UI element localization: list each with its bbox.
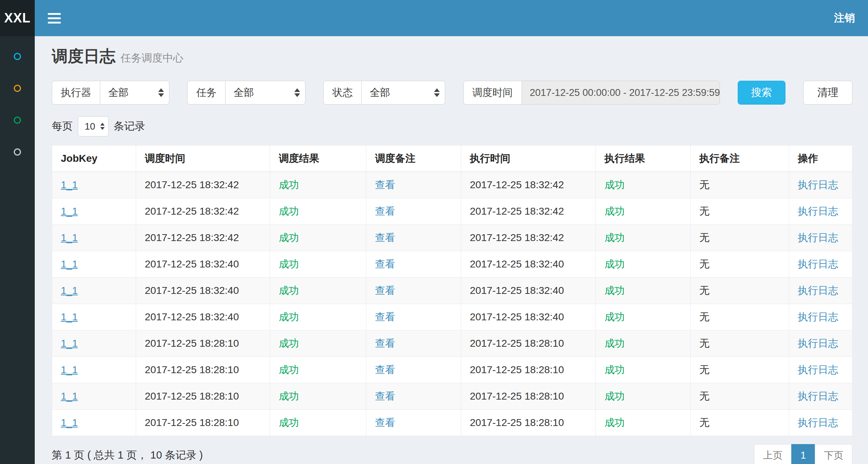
page-size-select[interactable]: 10 [78, 116, 109, 136]
trigger-msg-link[interactable]: 查看 [375, 391, 395, 402]
trigger-time-cell: 2017-12-25 18:32:42 [145, 179, 239, 190]
handle-result: 成功 [604, 311, 625, 322]
handle-result: 成功 [604, 206, 625, 217]
sidebar-item-3[interactable] [0, 104, 35, 136]
circle-icon [14, 148, 21, 156]
exec-log-link[interactable]: 执行日志 [798, 179, 838, 190]
handle-time-cell: 2017-12-25 18:28:10 [470, 417, 564, 428]
trigger-result: 成功 [279, 338, 299, 349]
trigger-msg-link[interactable]: 查看 [375, 364, 395, 375]
trigger-result: 成功 [279, 417, 299, 428]
pagination-page-1-button[interactable]: 1 [791, 444, 815, 464]
sidebar-item-2[interactable] [0, 72, 35, 104]
status-select[interactable]: 全部 [361, 81, 445, 105]
exec-log-link[interactable]: 执行日志 [798, 285, 838, 296]
handle-msg: 无 [699, 417, 709, 428]
exec-log-link[interactable]: 执行日志 [798, 364, 838, 375]
table-header-row: JobKey调度时间调度结果调度备注执行时间执行结果执行备注操作 [52, 145, 852, 172]
handle-msg: 无 [699, 338, 709, 349]
column-header: 操作 [789, 145, 852, 172]
job-key-link[interactable]: 1_1 [61, 179, 78, 190]
trigger-msg-link[interactable]: 查看 [375, 206, 395, 217]
handle-result: 成功 [604, 285, 625, 296]
sidebar [0, 36, 35, 464]
table-row: 1_12017-12-25 18:32:42成功查看2017-12-25 18:… [52, 198, 852, 225]
pagination-prev-button[interactable]: 上页 [754, 444, 792, 464]
table-row: 1_12017-12-25 18:28:10成功查看2017-12-25 18:… [52, 330, 852, 357]
circle-icon [14, 117, 21, 124]
status-filter-group: 状态 全部 [323, 81, 445, 105]
search-button[interactable]: 搜索 [738, 81, 785, 105]
trigger-msg-link[interactable]: 查看 [375, 258, 395, 270]
trigger-result: 成功 [279, 364, 299, 375]
handle-msg: 无 [699, 179, 709, 190]
select-arrows-icon [100, 123, 105, 130]
handle-time-cell: 2017-12-25 18:28:10 [470, 338, 564, 349]
handle-result: 成功 [604, 258, 625, 270]
job-key-link[interactable]: 1_1 [61, 338, 78, 349]
navbar: 注销 [35, 0, 868, 36]
trigger-msg-link[interactable]: 查看 [375, 311, 395, 322]
job-filter-label: 任务 [187, 81, 226, 105]
pagination-next-button[interactable]: 下页 [815, 444, 852, 464]
job-key-link[interactable]: 1_1 [61, 364, 78, 375]
logout-link[interactable]: 注销 [834, 11, 855, 25]
handle-time-cell: 2017-12-25 18:32:40 [470, 311, 564, 322]
handle-time-cell: 2017-12-25 18:28:10 [470, 391, 564, 402]
handle-msg: 无 [699, 232, 709, 243]
job-select[interactable]: 全部 [225, 81, 306, 105]
trigger-time-filter-group: 调度时间 2017-12-25 00:00:00 - 2017-12-25 23… [463, 81, 720, 105]
handle-result: 成功 [604, 364, 625, 375]
status-select-value: 全部 [370, 86, 399, 100]
exec-log-link[interactable]: 执行日志 [798, 417, 838, 428]
job-key-link[interactable]: 1_1 [61, 206, 78, 217]
trigger-time-cell: 2017-12-25 18:32:40 [145, 258, 239, 270]
executor-filter-label: 执行器 [52, 81, 100, 105]
table-row: 1_12017-12-25 18:32:40成功查看2017-12-25 18:… [52, 251, 852, 278]
trigger-msg-link[interactable]: 查看 [375, 338, 395, 349]
trigger-result: 成功 [279, 258, 299, 270]
log-table-container: JobKey调度时间调度结果调度备注执行时间执行结果执行备注操作 1_12017… [52, 145, 852, 436]
job-key-link[interactable]: 1_1 [61, 258, 78, 270]
sidebar-toggle-button[interactable] [48, 13, 61, 24]
trigger-time-cell: 2017-12-25 18:28:10 [145, 417, 239, 428]
page-size-bar: 每页 10 条记录 [52, 116, 852, 136]
handle-time-cell: 2017-12-25 18:32:40 [470, 285, 564, 296]
job-key-link[interactable]: 1_1 [61, 417, 78, 428]
exec-log-link[interactable]: 执行日志 [798, 206, 838, 217]
hamburger-icon [48, 13, 61, 15]
executor-select-value: 全部 [108, 86, 138, 100]
handle-time-cell: 2017-12-25 18:32:42 [470, 232, 564, 243]
job-key-link[interactable]: 1_1 [61, 391, 78, 402]
executor-select[interactable]: 全部 [100, 81, 169, 105]
table-row: 1_12017-12-25 18:32:40成功查看2017-12-25 18:… [52, 278, 852, 304]
job-key-link[interactable]: 1_1 [61, 232, 78, 243]
trigger-time-cell: 2017-12-25 18:28:10 [145, 391, 239, 402]
clear-button[interactable]: 清理 [803, 81, 852, 105]
sidebar-item-4[interactable] [0, 136, 35, 168]
trigger-msg-link[interactable]: 查看 [375, 179, 395, 190]
trigger-time-cell: 2017-12-25 18:32:40 [145, 285, 239, 296]
page-subtitle: 任务调度中心 [121, 51, 184, 66]
handle-msg: 无 [699, 391, 709, 402]
sidebar-item-1[interactable] [0, 41, 35, 72]
page-title-text: 调度日志 [52, 46, 115, 67]
trigger-msg-link[interactable]: 查看 [375, 232, 395, 243]
job-filter-group: 任务 全部 [187, 81, 306, 105]
app-logo[interactable]: XXL [0, 0, 35, 36]
trigger-time-filter-label: 调度时间 [463, 81, 522, 105]
exec-log-link[interactable]: 执行日志 [798, 258, 838, 270]
exec-log-link[interactable]: 执行日志 [798, 232, 838, 243]
exec-log-link[interactable]: 执行日志 [798, 391, 838, 402]
main-layout: 调度日志 任务调度中心 执行器 全部 任务 全部 状态 [0, 36, 868, 464]
trigger-msg-link[interactable]: 查看 [375, 417, 395, 428]
log-table: JobKey调度时间调度结果调度备注执行时间执行结果执行备注操作 1_12017… [52, 145, 852, 436]
exec-log-link[interactable]: 执行日志 [798, 338, 838, 349]
trigger-time-range-input[interactable]: 2017-12-25 00:00:00 - 2017-12-25 23:59:5… [522, 81, 720, 105]
job-key-link[interactable]: 1_1 [61, 311, 78, 322]
job-key-link[interactable]: 1_1 [61, 285, 78, 296]
trigger-msg-link[interactable]: 查看 [375, 285, 395, 296]
circle-icon [14, 53, 21, 60]
exec-log-link[interactable]: 执行日志 [798, 311, 838, 322]
page-title: 调度日志 任务调度中心 [52, 46, 852, 67]
